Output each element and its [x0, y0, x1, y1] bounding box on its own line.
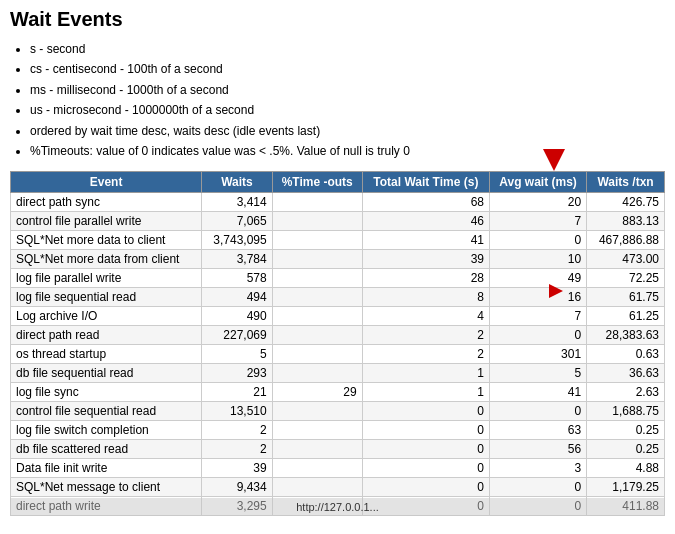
table-row: log file sync21291412.63 — [11, 383, 665, 402]
page-title: Wait Events — [10, 8, 665, 31]
table-cell: SQL*Net message to client — [11, 478, 202, 497]
table-cell: 1,688.75 — [587, 402, 665, 421]
table-cell: 56 — [489, 440, 586, 459]
table-cell: 39 — [362, 250, 489, 269]
legend-item-5: ordered by wait time desc, waits desc (i… — [30, 121, 665, 141]
table-cell: 0 — [362, 459, 489, 478]
table-row: SQL*Net more data from client3,784391047… — [11, 250, 665, 269]
table-cell: 301 — [489, 345, 586, 364]
table-cell: 49 — [489, 269, 586, 288]
table-cell: 0.63 — [587, 345, 665, 364]
table-cell: 21 — [202, 383, 273, 402]
col-header-total-wait: Total Wait Time (s) — [362, 172, 489, 193]
table-cell: 29 — [272, 383, 362, 402]
table-cell: 3,414 — [202, 193, 273, 212]
col-header-timeouts: %Time -outs — [272, 172, 362, 193]
table-cell: 3,784 — [202, 250, 273, 269]
table-cell — [272, 193, 362, 212]
table-cell: 68 — [362, 193, 489, 212]
table-cell: 426.75 — [587, 193, 665, 212]
legend-item-4: us - microsecond - 1000000th of a second — [30, 100, 665, 120]
table-cell: 61.75 — [587, 288, 665, 307]
table-cell: 3,743,095 — [202, 231, 273, 250]
table-cell: 5 — [489, 364, 586, 383]
table-cell: control file parallel write — [11, 212, 202, 231]
table-cell: 227,069 — [202, 326, 273, 345]
table-cell: direct path read — [11, 326, 202, 345]
table-row: SQL*Net more data to client3,743,0954104… — [11, 231, 665, 250]
table-cell: 578 — [202, 269, 273, 288]
table-cell: 16 — [489, 288, 586, 307]
table-cell: 39 — [202, 459, 273, 478]
table-cell: 494 — [202, 288, 273, 307]
table-cell: 7 — [489, 307, 586, 326]
table-cell: os thread startup — [11, 345, 202, 364]
table-cell — [272, 364, 362, 383]
table-cell: 883.13 — [587, 212, 665, 231]
wait-events-table: Event Waits %Time -outs Total Wait Time … — [10, 171, 665, 516]
table-cell: 4 — [362, 307, 489, 326]
table-cell: 20 — [489, 193, 586, 212]
table-row: direct path read227,0692028,383.63 — [11, 326, 665, 345]
legend-item-1: s - second — [30, 39, 665, 59]
legend-item-2: cs - centisecond - 100th of a second — [30, 59, 665, 79]
table-cell: 293 — [202, 364, 273, 383]
table-row: control file parallel write7,065467883.1… — [11, 212, 665, 231]
col-header-waits-txn: Waits /txn — [587, 172, 665, 193]
table-cell: log file switch completion — [11, 421, 202, 440]
table-cell: 46 — [362, 212, 489, 231]
table-cell: 2 — [362, 345, 489, 364]
table-row: control file sequential read13,510001,68… — [11, 402, 665, 421]
col-header-avg-wait: Avg wait (ms) — [489, 172, 586, 193]
legend-item-3: ms - millisecond - 1000th of a second — [30, 80, 665, 100]
bottom-url-text: http://127.0.0.1... — [296, 501, 379, 513]
table-cell: 7 — [489, 212, 586, 231]
table-cell: 28,383.63 — [587, 326, 665, 345]
table-cell: 7,065 — [202, 212, 273, 231]
table-cell: 41 — [362, 231, 489, 250]
table-cell: 0 — [489, 231, 586, 250]
table-cell — [272, 212, 362, 231]
table-cell: 1 — [362, 364, 489, 383]
table-cell: 490 — [202, 307, 273, 326]
table-cell: 0.25 — [587, 440, 665, 459]
table-cell: 13,510 — [202, 402, 273, 421]
table-cell: db file sequential read — [11, 364, 202, 383]
table-cell: 10 — [489, 250, 586, 269]
table-cell: log file parallel write — [11, 269, 202, 288]
table-cell: 4.88 — [587, 459, 665, 478]
table-cell: 5 — [202, 345, 273, 364]
table-row: Data file init write39034.88 — [11, 459, 665, 478]
table-cell: Log archive I/O — [11, 307, 202, 326]
table-cell: 1,179.25 — [587, 478, 665, 497]
table-row: log file parallel write578284972.25 — [11, 269, 665, 288]
table-row: direct path sync3,4146820426.75 — [11, 193, 665, 212]
table-cell: 2 — [202, 440, 273, 459]
table-cell — [272, 478, 362, 497]
table-cell: 2 — [362, 326, 489, 345]
table-cell: 36.63 — [587, 364, 665, 383]
table-cell: 0.25 — [587, 421, 665, 440]
table-cell: 0 — [489, 326, 586, 345]
table-cell: 0 — [362, 478, 489, 497]
table-cell: 0 — [489, 402, 586, 421]
table-cell: 28 — [362, 269, 489, 288]
bottom-status-bar: http://127.0.0.1... — [10, 498, 665, 516]
col-header-waits: Waits — [202, 172, 273, 193]
table-cell: Data file init write — [11, 459, 202, 478]
table-row: log file switch completion20630.25 — [11, 421, 665, 440]
table-cell — [272, 269, 362, 288]
table-row: db file scattered read20560.25 — [11, 440, 665, 459]
table-cell: 467,886.88 — [587, 231, 665, 250]
table-cell: log file sequential read — [11, 288, 202, 307]
table-cell — [272, 307, 362, 326]
table-cell: 9,434 — [202, 478, 273, 497]
table-cell — [272, 402, 362, 421]
table-cell: 0 — [362, 421, 489, 440]
table-cell — [272, 231, 362, 250]
table-cell — [272, 345, 362, 364]
table-row: os thread startup523010.63 — [11, 345, 665, 364]
table-cell — [272, 440, 362, 459]
table-cell: 2.63 — [587, 383, 665, 402]
table-cell: 0 — [489, 478, 586, 497]
